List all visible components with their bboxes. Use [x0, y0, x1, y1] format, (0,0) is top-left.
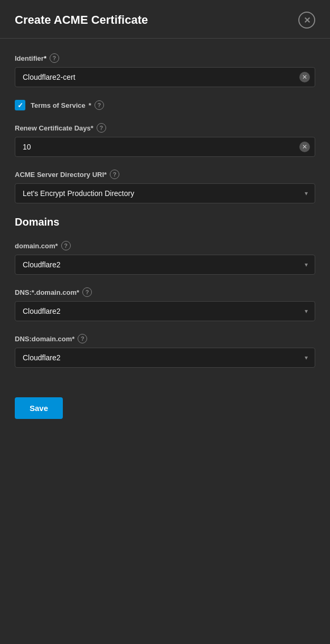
renew-label-row: Renew Certificate Days* ?	[15, 123, 315, 133]
domain-2-select[interactable]: Cloudflare2 Cloudflare1 None	[15, 301, 315, 321]
acme-select-wrapper: Let's Encrypt Production Directory Let's…	[15, 183, 315, 203]
domain-1-label-row: domain.com* ?	[15, 241, 315, 250]
modal-footer: Save	[0, 380, 330, 436]
acme-label-row: ACME Server Directory URI* ?	[15, 170, 315, 179]
renew-help-icon[interactable]: ?	[97, 123, 106, 133]
domain-1-select[interactable]: Cloudflare2 Cloudflare1 None	[15, 255, 315, 275]
domain-2-label: DNS:*.domain.com*	[15, 288, 79, 296]
acme-label: ACME Server Directory URI*	[15, 171, 107, 179]
tos-group: ✓ Terms of Service * ?	[15, 100, 315, 110]
renew-group: Renew Certificate Days* ? ✕	[15, 123, 315, 157]
domain-1-label: domain.com*	[15, 242, 58, 250]
save-button[interactable]: Save	[15, 397, 63, 419]
domains-section: Domains domain.com* ? Cloudflare2 Cloudf…	[15, 216, 315, 368]
renew-input[interactable]	[15, 137, 315, 157]
domain-item-3: DNS:domain.com* ? Cloudflare2 Cloudflare…	[15, 334, 315, 368]
domain-1-help-icon[interactable]: ?	[61, 241, 71, 250]
acme-help-icon[interactable]: ?	[110, 170, 119, 179]
domain-3-label-row: DNS:domain.com* ?	[15, 334, 315, 343]
acme-select[interactable]: Let's Encrypt Production Directory Let's…	[15, 183, 315, 203]
clear-icon: ✕	[302, 143, 307, 151]
domain-3-select[interactable]: Cloudflare2 Cloudflare1 None	[15, 348, 315, 368]
domain-3-label: DNS:domain.com*	[15, 335, 74, 343]
identifier-label-row: Identifier* ?	[15, 53, 315, 63]
identifier-input-wrapper: ✕	[15, 67, 315, 87]
tos-help-icon[interactable]: ?	[95, 100, 104, 110]
identifier-label: Identifier*	[15, 54, 46, 62]
identifier-group: Identifier* ? ✕	[15, 53, 315, 87]
close-button[interactable]: ✕	[298, 12, 315, 29]
domain-3-select-wrapper: Cloudflare2 Cloudflare1 None ▾	[15, 348, 315, 368]
domain-1-select-wrapper: Cloudflare2 Cloudflare1 None ▾	[15, 255, 315, 275]
close-icon: ✕	[304, 15, 310, 25]
tos-label-row: Terms of Service * ?	[31, 100, 104, 110]
identifier-help-icon[interactable]: ?	[50, 53, 59, 63]
checkmark-icon: ✓	[17, 101, 23, 109]
identifier-clear-button[interactable]: ✕	[299, 72, 310, 82]
clear-icon: ✕	[302, 73, 307, 81]
domain-item-2: DNS:*.domain.com* ? Cloudflare2 Cloudfla…	[15, 287, 315, 321]
domains-section-title: Domains	[15, 216, 315, 228]
tos-checkbox[interactable]: ✓	[15, 100, 25, 110]
renew-clear-button[interactable]: ✕	[299, 142, 310, 152]
domain-2-select-wrapper: Cloudflare2 Cloudflare1 None ▾	[15, 301, 315, 321]
identifier-input[interactable]	[15, 67, 315, 87]
tos-label: Terms of Service	[31, 101, 86, 109]
domain-2-label-row: DNS:*.domain.com* ?	[15, 287, 315, 297]
modal-header: Create ACME Certificate ✕	[0, 0, 330, 39]
modal-body: Identifier* ? ✕ ✓ Terms of Service *	[0, 39, 330, 368]
create-acme-modal: Create ACME Certificate ✕ Identifier* ? …	[0, 0, 330, 644]
tos-required: *	[89, 101, 91, 109]
renew-label: Renew Certificate Days*	[15, 124, 93, 132]
renew-input-wrapper: ✕	[15, 137, 315, 157]
domain-3-help-icon[interactable]: ?	[78, 334, 87, 343]
modal-title: Create ACME Certificate	[15, 13, 148, 27]
acme-group: ACME Server Directory URI* ? Let's Encry…	[15, 170, 315, 203]
domain-item-1: domain.com* ? Cloudflare2 Cloudflare1 No…	[15, 241, 315, 275]
domain-2-help-icon[interactable]: ?	[82, 287, 92, 297]
